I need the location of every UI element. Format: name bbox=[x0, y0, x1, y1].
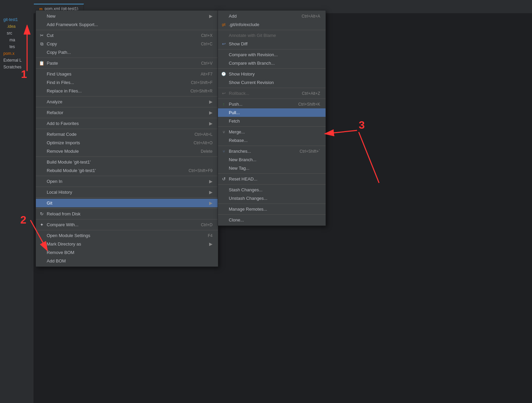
menu-item-reformat-code[interactable]: Reformat Code Ctrl+Alt+L bbox=[36, 130, 218, 139]
menu-item-replace-in-files[interactable]: Replace in Files... Ctrl+Shift+R bbox=[36, 87, 218, 95]
menu-item-open-in[interactable]: Open In ▶ bbox=[36, 177, 218, 186]
menu-item-mark-directory-as-label: Mark Directory as bbox=[47, 241, 81, 247]
menu-item-copy-path-label: Copy Path... bbox=[47, 50, 71, 55]
menu-item-analyze[interactable]: Analyze ▶ bbox=[36, 98, 218, 106]
context-menu-main: New ▶ Add Framework Support... ✂ Cut Ctr… bbox=[36, 10, 218, 267]
git-menu-item-show-current-revision-label: Show Current Revision bbox=[229, 80, 274, 85]
sidebar-item-tes[interactable]: tes bbox=[1, 43, 32, 50]
git-menu-item-merge[interactable]: ⑂ Merge... bbox=[218, 128, 326, 136]
menu-item-new[interactable]: New ▶ bbox=[36, 12, 218, 20]
git-menu-item-fetch[interactable]: Fetch bbox=[218, 117, 326, 125]
compare-with-shortcut: Ctrl+D bbox=[201, 222, 213, 227]
sidebar-item-pom[interactable]: pom.x bbox=[1, 50, 32, 57]
git-menu-item-unstash-changes[interactable]: Unstash Changes... bbox=[218, 194, 326, 203]
menu-item-find-usages[interactable]: Find Usages Alt+F7 bbox=[36, 70, 218, 78]
replace-in-files-shortcut: Ctrl+Shift+R bbox=[191, 89, 213, 93]
submenu-arrow-mark: ▶ bbox=[209, 241, 213, 247]
menu-item-git[interactable]: Git ▶ bbox=[36, 199, 218, 207]
git-menu-item-clone[interactable]: Clone... bbox=[218, 216, 326, 224]
git-menu-item-show-current-revision[interactable]: Show Current Revision bbox=[218, 78, 326, 87]
paste-icon: 📋 bbox=[38, 61, 45, 66]
branches-shortcut: Ctrl+Shift+` bbox=[300, 149, 320, 154]
separator-6 bbox=[36, 118, 218, 118]
separator-13 bbox=[36, 219, 218, 219]
menu-item-local-history[interactable]: Local History ▶ bbox=[36, 188, 218, 196]
menu-item-refactor[interactable]: Refactor ▶ bbox=[36, 108, 218, 117]
git-menu-item-show-diff[interactable]: ↩ Show Diff bbox=[218, 40, 326, 48]
separator-7 bbox=[36, 129, 218, 129]
paste-shortcut: Ctrl+V bbox=[201, 61, 213, 66]
menu-item-find-in-files[interactable]: Find in Files... Ctrl+Shift+F bbox=[36, 78, 218, 87]
menu-item-copy-path[interactable]: Copy Path... bbox=[36, 48, 218, 57]
push-icon: ↑ bbox=[220, 102, 227, 107]
git-separator-3 bbox=[218, 68, 326, 69]
git-menu-item-manage-remotes-label: Manage Remotes... bbox=[229, 207, 267, 212]
separator-12 bbox=[36, 208, 218, 209]
menu-item-cut-label: Cut bbox=[47, 33, 53, 38]
menu-item-compare-with[interactable]: ✦ Compare With... Ctrl+D bbox=[36, 220, 218, 229]
menu-item-add-to-favorites[interactable]: Add to Favorites ▶ bbox=[36, 119, 218, 128]
merge-icon: ⑂ bbox=[220, 130, 227, 134]
git-menu-item-show-diff-label: Show Diff bbox=[229, 41, 247, 46]
git-menu-item-compare-revision-label: Compare with Revision... bbox=[229, 52, 278, 57]
git-menu-item-push-label: Push... bbox=[229, 102, 242, 107]
submenu-arrow-refactor: ▶ bbox=[209, 110, 213, 115]
sidebar-item-scratches[interactable]: Scratches bbox=[1, 64, 32, 70]
menu-item-rebuild-module[interactable]: Rebuild Module 'git-test1' Ctrl+Shift+F9 bbox=[36, 166, 218, 175]
submenu-arrow-new: ▶ bbox=[209, 14, 213, 19]
sidebar-item-idea[interactable]: .idea bbox=[1, 23, 32, 30]
find-in-files-shortcut: Ctrl+Shift+F bbox=[191, 80, 213, 85]
menu-item-add-bom[interactable]: Add BOM bbox=[36, 257, 218, 265]
menu-item-add-to-favorites-label: Add to Favorites bbox=[47, 121, 79, 126]
git-menu-item-reset-head[interactable]: ↺ Reset HEAD... bbox=[218, 175, 326, 183]
menu-item-paste[interactable]: 📋 Paste Ctrl+V bbox=[36, 59, 218, 67]
menu-item-build-module-label: Build Module 'git-test1' bbox=[47, 160, 91, 165]
menu-item-mark-directory-as[interactable]: Mark Directory as ▶ bbox=[36, 240, 218, 248]
sidebar-item-root[interactable]: git-test1 bbox=[1, 16, 32, 23]
git-menu-item-info-exclude[interactable]: git .git/info/exclude bbox=[218, 20, 326, 29]
menu-item-optimize-imports[interactable]: Optimize Imports Ctrl+Alt+O bbox=[36, 139, 218, 147]
menu-item-new-label: New bbox=[47, 14, 56, 19]
copy-shortcut: Ctrl+C bbox=[201, 42, 213, 46]
sidebar-item-src[interactable]: src bbox=[1, 30, 32, 37]
menu-item-add-framework[interactable]: Add Framework Support... bbox=[36, 20, 218, 29]
branch-icon: ⑂ bbox=[220, 149, 227, 153]
git-menu-item-add[interactable]: Add Ctrl+Alt+A bbox=[218, 12, 326, 20]
sidebar-item-ma[interactable]: ma bbox=[1, 37, 32, 43]
git-menu-item-rebase[interactable]: Rebase... bbox=[218, 136, 326, 145]
git-menu-item-manage-remotes[interactable]: Manage Remotes... bbox=[218, 205, 326, 213]
git-icon: git bbox=[220, 23, 227, 26]
sidebar-item-external[interactable]: External L bbox=[1, 57, 32, 64]
menu-item-copy[interactable]: ⧉ Copy Ctrl+C bbox=[36, 40, 218, 48]
menu-item-open-module-settings[interactable]: Open Module Settings F4 bbox=[36, 231, 218, 240]
git-menu-item-compare-branch[interactable]: Compare with Branch... bbox=[218, 59, 326, 67]
git-menu-item-pull[interactable]: Pull... bbox=[218, 108, 326, 117]
git-menu-item-stash-changes[interactable]: Stash Changes... bbox=[218, 186, 326, 194]
git-menu-item-new-branch[interactable]: New Branch... bbox=[218, 155, 326, 164]
menu-item-build-module[interactable]: Build Module 'git-test1' bbox=[36, 158, 218, 166]
git-menu-item-unstash-changes-label: Unstash Changes... bbox=[229, 196, 267, 201]
git-separator-9 bbox=[218, 184, 326, 185]
git-separator-10 bbox=[218, 204, 326, 204]
git-menu-item-compare-revision[interactable]: Compare with Revision... bbox=[218, 50, 326, 59]
separator-2 bbox=[36, 58, 218, 58]
git-menu-item-new-tag[interactable]: New Tag... bbox=[218, 164, 326, 172]
menu-item-remove-bom[interactable]: Remove BOM bbox=[36, 248, 218, 257]
menu-item-find-in-files-label: Find in Files... bbox=[47, 80, 74, 85]
git-menu-item-show-history[interactable]: 🕐 Show History bbox=[218, 70, 326, 78]
git-menu-item-branches[interactable]: ⑂ Branches... Ctrl+Shift+` bbox=[218, 147, 326, 155]
menu-item-reload-disk[interactable]: ↻ Reload from Disk bbox=[36, 210, 218, 218]
git-menu-item-push[interactable]: ↑ Push... Ctrl+Shift+K bbox=[218, 100, 326, 108]
git-separator-2 bbox=[218, 49, 326, 49]
submenu-arrow-open-in: ▶ bbox=[209, 179, 213, 184]
menu-item-remove-module[interactable]: Remove Module Delete bbox=[36, 147, 218, 155]
separator-5 bbox=[36, 107, 218, 107]
menu-item-cut[interactable]: ✂ Cut Ctrl+X bbox=[36, 31, 218, 40]
git-menu-item-annotate-label: Annotate with Git Blame bbox=[229, 33, 276, 38]
git-menu-item-show-history-label: Show History bbox=[229, 71, 255, 77]
separator-8 bbox=[36, 156, 218, 157]
git-separator-1 bbox=[218, 30, 326, 30]
menu-item-replace-in-files-label: Replace in Files... bbox=[47, 88, 82, 93]
git-menu-item-new-tag-label: New Tag... bbox=[229, 166, 249, 171]
git-menu-item-compare-branch-label: Compare with Branch... bbox=[229, 61, 275, 66]
